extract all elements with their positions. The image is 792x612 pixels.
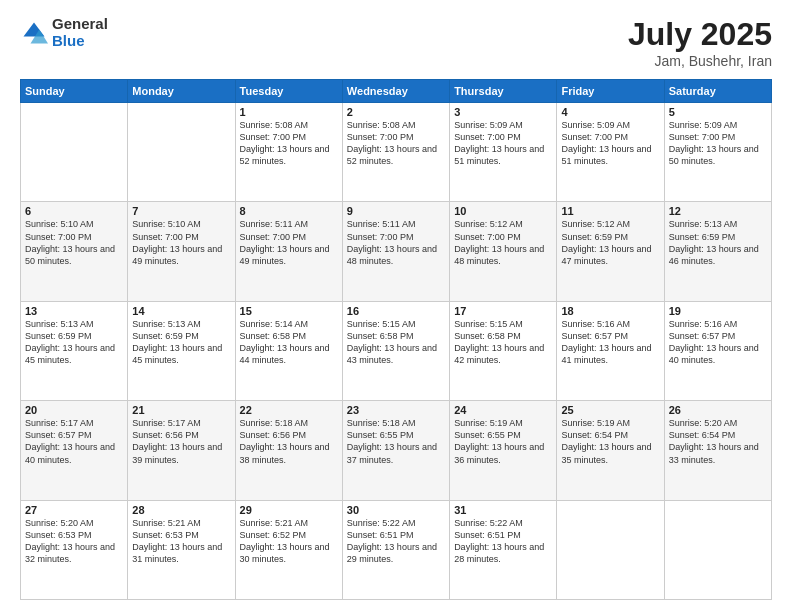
day-info: Sunrise: 5:22 AMSunset: 6:51 PMDaylight:… — [454, 517, 552, 566]
day-number: 30 — [347, 504, 445, 516]
week-row-3: 13Sunrise: 5:13 AMSunset: 6:59 PMDayligh… — [21, 301, 772, 400]
day-cell: 4Sunrise: 5:09 AMSunset: 7:00 PMDaylight… — [557, 103, 664, 202]
day-number: 13 — [25, 305, 123, 317]
day-number: 16 — [347, 305, 445, 317]
day-number: 14 — [132, 305, 230, 317]
calendar: SundayMondayTuesdayWednesdayThursdayFrid… — [20, 79, 772, 600]
day-cell — [128, 103, 235, 202]
day-number: 12 — [669, 205, 767, 217]
day-number: 9 — [347, 205, 445, 217]
day-number: 10 — [454, 205, 552, 217]
week-row-5: 27Sunrise: 5:20 AMSunset: 6:53 PMDayligh… — [21, 500, 772, 599]
day-number: 22 — [240, 404, 338, 416]
header-cell-monday: Monday — [128, 80, 235, 103]
day-info: Sunrise: 5:17 AMSunset: 6:56 PMDaylight:… — [132, 417, 230, 466]
day-cell: 27Sunrise: 5:20 AMSunset: 6:53 PMDayligh… — [21, 500, 128, 599]
day-cell: 3Sunrise: 5:09 AMSunset: 7:00 PMDaylight… — [450, 103, 557, 202]
day-number: 7 — [132, 205, 230, 217]
day-info: Sunrise: 5:16 AMSunset: 6:57 PMDaylight:… — [561, 318, 659, 367]
day-number: 25 — [561, 404, 659, 416]
day-cell: 6Sunrise: 5:10 AMSunset: 7:00 PMDaylight… — [21, 202, 128, 301]
header-cell-tuesday: Tuesday — [235, 80, 342, 103]
day-cell: 18Sunrise: 5:16 AMSunset: 6:57 PMDayligh… — [557, 301, 664, 400]
day-number: 26 — [669, 404, 767, 416]
day-number: 27 — [25, 504, 123, 516]
day-cell: 10Sunrise: 5:12 AMSunset: 7:00 PMDayligh… — [450, 202, 557, 301]
logo-icon — [20, 19, 48, 47]
day-info: Sunrise: 5:20 AMSunset: 6:53 PMDaylight:… — [25, 517, 123, 566]
day-info: Sunrise: 5:21 AMSunset: 6:52 PMDaylight:… — [240, 517, 338, 566]
day-info: Sunrise: 5:15 AMSunset: 6:58 PMDaylight:… — [454, 318, 552, 367]
day-cell: 15Sunrise: 5:14 AMSunset: 6:58 PMDayligh… — [235, 301, 342, 400]
day-number: 5 — [669, 106, 767, 118]
day-info: Sunrise: 5:20 AMSunset: 6:54 PMDaylight:… — [669, 417, 767, 466]
day-cell: 2Sunrise: 5:08 AMSunset: 7:00 PMDaylight… — [342, 103, 449, 202]
day-number: 29 — [240, 504, 338, 516]
day-info: Sunrise: 5:13 AMSunset: 6:59 PMDaylight:… — [669, 218, 767, 267]
logo-general: General — [52, 16, 108, 33]
day-info: Sunrise: 5:16 AMSunset: 6:57 PMDaylight:… — [669, 318, 767, 367]
day-cell: 16Sunrise: 5:15 AMSunset: 6:58 PMDayligh… — [342, 301, 449, 400]
day-cell: 14Sunrise: 5:13 AMSunset: 6:59 PMDayligh… — [128, 301, 235, 400]
day-info: Sunrise: 5:13 AMSunset: 6:59 PMDaylight:… — [25, 318, 123, 367]
day-info: Sunrise: 5:18 AMSunset: 6:56 PMDaylight:… — [240, 417, 338, 466]
header-cell-sunday: Sunday — [21, 80, 128, 103]
day-cell: 17Sunrise: 5:15 AMSunset: 6:58 PMDayligh… — [450, 301, 557, 400]
day-info: Sunrise: 5:09 AMSunset: 7:00 PMDaylight:… — [454, 119, 552, 168]
day-info: Sunrise: 5:10 AMSunset: 7:00 PMDaylight:… — [132, 218, 230, 267]
day-cell: 31Sunrise: 5:22 AMSunset: 6:51 PMDayligh… — [450, 500, 557, 599]
day-info: Sunrise: 5:15 AMSunset: 6:58 PMDaylight:… — [347, 318, 445, 367]
day-cell: 26Sunrise: 5:20 AMSunset: 6:54 PMDayligh… — [664, 401, 771, 500]
day-number: 19 — [669, 305, 767, 317]
header-cell-saturday: Saturday — [664, 80, 771, 103]
calendar-body: 1Sunrise: 5:08 AMSunset: 7:00 PMDaylight… — [21, 103, 772, 600]
day-info: Sunrise: 5:12 AMSunset: 6:59 PMDaylight:… — [561, 218, 659, 267]
day-cell — [557, 500, 664, 599]
logo-text: General Blue — [52, 16, 108, 49]
day-cell — [664, 500, 771, 599]
day-cell — [21, 103, 128, 202]
day-info: Sunrise: 5:19 AMSunset: 6:54 PMDaylight:… — [561, 417, 659, 466]
day-number: 8 — [240, 205, 338, 217]
day-cell: 8Sunrise: 5:11 AMSunset: 7:00 PMDaylight… — [235, 202, 342, 301]
day-info: Sunrise: 5:18 AMSunset: 6:55 PMDaylight:… — [347, 417, 445, 466]
day-number: 21 — [132, 404, 230, 416]
day-info: Sunrise: 5:21 AMSunset: 6:53 PMDaylight:… — [132, 517, 230, 566]
day-info: Sunrise: 5:17 AMSunset: 6:57 PMDaylight:… — [25, 417, 123, 466]
day-cell: 11Sunrise: 5:12 AMSunset: 6:59 PMDayligh… — [557, 202, 664, 301]
day-info: Sunrise: 5:09 AMSunset: 7:00 PMDaylight:… — [561, 119, 659, 168]
page: General Blue July 2025 Jam, Bushehr, Ira… — [0, 0, 792, 612]
title-block: July 2025 Jam, Bushehr, Iran — [628, 16, 772, 69]
calendar-header: SundayMondayTuesdayWednesdayThursdayFrid… — [21, 80, 772, 103]
logo-blue: Blue — [52, 33, 108, 50]
day-number: 23 — [347, 404, 445, 416]
day-number: 4 — [561, 106, 659, 118]
header-cell-friday: Friday — [557, 80, 664, 103]
day-info: Sunrise: 5:19 AMSunset: 6:55 PMDaylight:… — [454, 417, 552, 466]
day-info: Sunrise: 5:11 AMSunset: 7:00 PMDaylight:… — [347, 218, 445, 267]
header-cell-wednesday: Wednesday — [342, 80, 449, 103]
day-cell: 25Sunrise: 5:19 AMSunset: 6:54 PMDayligh… — [557, 401, 664, 500]
day-cell: 20Sunrise: 5:17 AMSunset: 6:57 PMDayligh… — [21, 401, 128, 500]
day-cell: 1Sunrise: 5:08 AMSunset: 7:00 PMDaylight… — [235, 103, 342, 202]
day-cell: 24Sunrise: 5:19 AMSunset: 6:55 PMDayligh… — [450, 401, 557, 500]
day-info: Sunrise: 5:12 AMSunset: 7:00 PMDaylight:… — [454, 218, 552, 267]
header-cell-thursday: Thursday — [450, 80, 557, 103]
day-cell: 23Sunrise: 5:18 AMSunset: 6:55 PMDayligh… — [342, 401, 449, 500]
day-number: 28 — [132, 504, 230, 516]
day-info: Sunrise: 5:10 AMSunset: 7:00 PMDaylight:… — [25, 218, 123, 267]
day-info: Sunrise: 5:14 AMSunset: 6:58 PMDaylight:… — [240, 318, 338, 367]
header-row: SundayMondayTuesdayWednesdayThursdayFrid… — [21, 80, 772, 103]
day-info: Sunrise: 5:22 AMSunset: 6:51 PMDaylight:… — [347, 517, 445, 566]
day-cell: 13Sunrise: 5:13 AMSunset: 6:59 PMDayligh… — [21, 301, 128, 400]
main-title: July 2025 — [628, 16, 772, 53]
day-info: Sunrise: 5:08 AMSunset: 7:00 PMDaylight:… — [347, 119, 445, 168]
day-number: 17 — [454, 305, 552, 317]
day-number: 24 — [454, 404, 552, 416]
day-cell: 7Sunrise: 5:10 AMSunset: 7:00 PMDaylight… — [128, 202, 235, 301]
day-info: Sunrise: 5:13 AMSunset: 6:59 PMDaylight:… — [132, 318, 230, 367]
day-number: 3 — [454, 106, 552, 118]
day-number: 11 — [561, 205, 659, 217]
day-cell: 5Sunrise: 5:09 AMSunset: 7:00 PMDaylight… — [664, 103, 771, 202]
week-row-1: 1Sunrise: 5:08 AMSunset: 7:00 PMDaylight… — [21, 103, 772, 202]
